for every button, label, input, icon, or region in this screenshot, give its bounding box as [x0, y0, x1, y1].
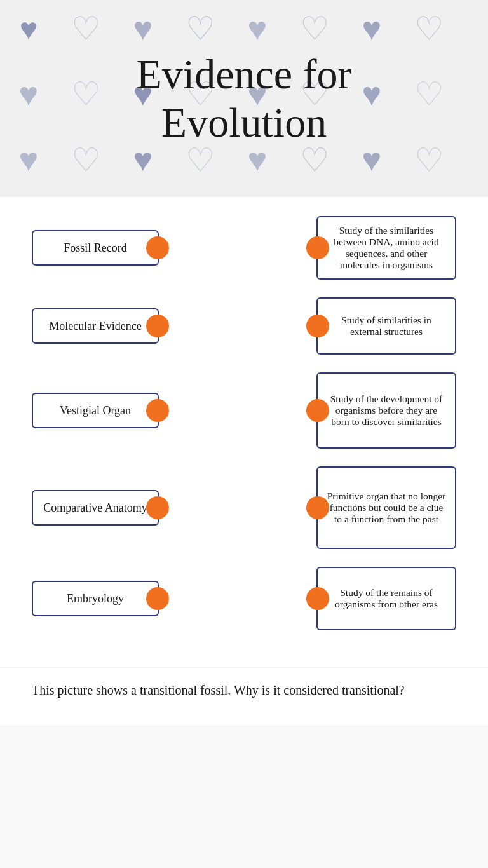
right-dot-5 [306, 587, 329, 610]
match-row-4: Comparative Anatomy Primitive organ that… [32, 466, 456, 549]
left-dot-5 [146, 587, 169, 610]
page-title: Evidence for Evolution [137, 50, 352, 147]
left-dot-3 [146, 399, 169, 422]
match-row-3: Vestigial Organ Study of the development… [32, 372, 456, 449]
left-term-1: Fossil Record [32, 230, 159, 266]
right-def-5: Study of the remains of organisms from o… [316, 567, 456, 630]
left-term-2: Molecular Evidence [32, 308, 159, 344]
title-line1: Evidence for [137, 51, 352, 97]
right-def-4: Primitive organ that no longer functions… [316, 466, 456, 549]
heart-icon: ♡ [57, 65, 114, 123]
heart-icon: ♡ [400, 0, 458, 57]
heart-icon: ♡ [57, 0, 114, 57]
heart-icon: ♥ [343, 0, 400, 57]
right-def-2: Study of similarities in external struct… [316, 297, 456, 355]
left-dot-2 [146, 315, 169, 337]
heart-icon: ♥ [0, 65, 57, 123]
footer-section: This picture shows a transitional fossil… [0, 667, 488, 725]
left-dot-4 [146, 496, 169, 519]
left-dot-1 [146, 236, 169, 259]
match-row-1: Fossil Record Study of the similarities … [32, 216, 456, 280]
heart-icon: ♥ [0, 0, 57, 57]
right-def-1: Study of the similarities between DNA, a… [316, 216, 456, 280]
matching-section: Fossil Record Study of the similarities … [0, 197, 488, 667]
right-dot-3 [306, 399, 329, 422]
right-dot-4 [306, 496, 329, 519]
match-row-2: Molecular Evidence Study of similarities… [32, 297, 456, 355]
heart-icon: ♡ [172, 0, 229, 57]
heart-icon: ♥ [0, 132, 57, 189]
title-text: Evidence for Evolution [137, 50, 352, 147]
header-section: ♥ ♡ ♥ ♡ ♥ ♡ ♥ ♡ ♥ ♡ ♥ ♡ ♥ ♡ ♥ ♡ ♥ ♡ ♥ ♡ … [0, 0, 488, 197]
title-line2: Evolution [161, 99, 327, 146]
left-term-4: Comparative Anatomy [32, 490, 159, 526]
match-row-5: Embryology Study of the remains of organ… [32, 567, 456, 630]
heart-icon: ♥ [229, 0, 286, 57]
right-dot-2 [306, 315, 329, 337]
right-def-3: Study of the development of organisms be… [316, 372, 456, 449]
heart-icon: ♥ [114, 0, 172, 57]
left-term-3: Vestigial Organ [32, 393, 159, 428]
right-dot-1 [306, 236, 329, 259]
heart-icon: ♡ [400, 65, 458, 123]
heart-icon: ♡ [57, 132, 114, 189]
footer-question: This picture shows a transitional fossil… [32, 681, 456, 700]
heart-icon: ♥ [343, 132, 400, 189]
heart-icon: ♡ [400, 132, 458, 189]
left-term-5: Embryology [32, 581, 159, 616]
heart-icon: ♡ [286, 0, 343, 57]
